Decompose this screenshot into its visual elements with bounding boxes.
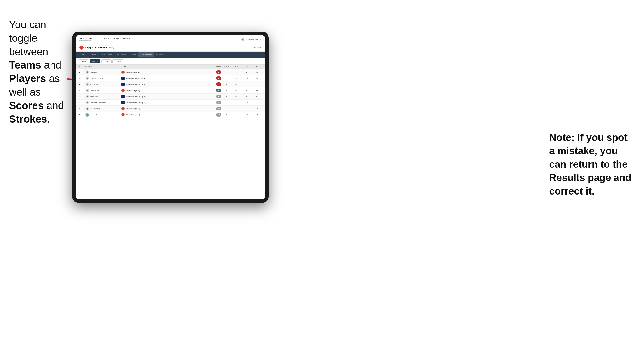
row-8-pos: 8 bbox=[79, 114, 85, 116]
user-label: Test User | bbox=[246, 38, 254, 40]
team-logo-5: S bbox=[122, 95, 124, 98]
col-rd2: RD2 bbox=[242, 66, 252, 68]
btn-scores[interactable]: Scores bbox=[101, 59, 112, 63]
col-rd3: RD3 bbox=[252, 66, 262, 68]
row-5-player: 👤 Rees Britt bbox=[85, 95, 122, 98]
row-7-rd1: +2 bbox=[231, 108, 242, 110]
tab-teams[interactable]: Teams bbox=[88, 52, 98, 57]
nav-tournaments[interactable]: TOURNAMENTS bbox=[104, 38, 120, 41]
app-header: SCOREBOARD Powered by clippd TOURNAMENTS… bbox=[76, 35, 265, 44]
row-3-rd1: +1 bbox=[231, 83, 242, 85]
btn-teams[interactable]: Teams bbox=[79, 59, 89, 63]
row-7-thru: F bbox=[221, 108, 231, 110]
team-logo-8: C bbox=[122, 113, 124, 116]
table-row: 7 👤 Blair McHarg C Clippd College [A] +8… bbox=[76, 106, 265, 112]
row-6-rd2: +2 bbox=[242, 102, 252, 104]
row-8-rd2: +7 bbox=[242, 114, 252, 116]
sign-out-link[interactable]: Sign out bbox=[255, 38, 262, 40]
row-4-player: 👤 David Ford bbox=[85, 89, 122, 92]
row-2-team: S Scoreboard University [A] bbox=[122, 77, 166, 80]
row-7-total: +8 bbox=[209, 107, 221, 110]
team-logo-1: C bbox=[122, 71, 124, 74]
tournament-logo: C bbox=[80, 45, 84, 50]
table-row: 3 👤 Rich Butler S Scoreboard University … bbox=[76, 81, 265, 87]
tournament-subtitle: (Men) bbox=[108, 46, 114, 49]
row-6-pos: 6 bbox=[79, 102, 85, 104]
row-4-pos: 4 bbox=[79, 89, 85, 92]
right-annotation: Note: If you spot a mistake, you can ret… bbox=[549, 131, 635, 198]
score-badge-7: +8 bbox=[216, 107, 221, 110]
row-4-thru: F bbox=[221, 89, 231, 92]
leaderboard-table: # PLAYER TEAM TOTAL THRU RD1 RD2 RD3 1 👤… bbox=[76, 65, 265, 199]
row-3-rd3: -1 bbox=[252, 83, 262, 85]
row-1-team: C Clippd College [A] bbox=[122, 71, 166, 74]
btn-players[interactable]: Players bbox=[90, 59, 100, 63]
row-4-rd2: -4 bbox=[242, 89, 252, 92]
col-team: TEAM bbox=[122, 66, 166, 68]
row-3-thru: F bbox=[221, 83, 231, 85]
row-5-team: S Scoreboard University [A] bbox=[122, 95, 166, 98]
tab-leaderboards[interactable]: Leaderboards bbox=[138, 52, 154, 57]
row-1-player: 👤 Elliot Ebert bbox=[85, 70, 122, 74]
score-badge-1: -8 bbox=[216, 70, 221, 74]
row-2-player: 👤 Chris Robertson bbox=[85, 76, 122, 80]
row-7-pos: 7 bbox=[79, 108, 85, 110]
score-badge-4: E bbox=[216, 89, 221, 92]
row-1-thru: F bbox=[221, 71, 231, 73]
tab-printables[interactable]: Printables bbox=[154, 52, 166, 57]
tab-results[interactable]: Results bbox=[128, 52, 138, 57]
tab-course-setup[interactable]: Course Setup bbox=[98, 52, 114, 57]
row-5-rd1: +1 bbox=[231, 96, 242, 98]
row-6-team: S Scoreboard University [A] bbox=[122, 101, 166, 104]
row-2-rd3: -4 bbox=[252, 77, 262, 79]
row-7-team: C Clippd College [A] bbox=[122, 107, 166, 110]
tab-navigation: Details Teams Course Setup Tee Groups Re… bbox=[76, 52, 265, 58]
cancel-button[interactable]: Cancel × bbox=[254, 47, 262, 49]
row-5-thru: F bbox=[221, 96, 231, 98]
row-4-team: C Clippd College [A] bbox=[122, 89, 166, 92]
team-logo-7: C bbox=[122, 107, 124, 110]
tab-tee-groups[interactable]: Tee Groups bbox=[114, 52, 128, 57]
btn-strokes[interactable]: Strokes bbox=[112, 59, 123, 63]
team-logo-2: S bbox=[122, 77, 124, 80]
avatar-5: 👤 bbox=[85, 95, 89, 98]
tablet-screen: SCOREBOARD Powered by clippd TOURNAMENTS… bbox=[76, 35, 265, 199]
row-4-total: E bbox=[209, 89, 221, 92]
row-4-rd3: +3 bbox=[252, 89, 262, 92]
row-3-pos: 3 bbox=[79, 83, 85, 85]
tab-details[interactable]: Details bbox=[78, 52, 88, 57]
tournament-title: Clippd Invitational bbox=[85, 46, 107, 49]
row-5-pos: 5 bbox=[79, 96, 85, 98]
row-6-rd1: +5 bbox=[231, 102, 242, 104]
row-1-pos: 1 bbox=[79, 71, 85, 73]
score-badge-6: +6 bbox=[216, 101, 221, 104]
user-avatar: 👤 bbox=[241, 38, 244, 41]
row-3-player: 👤 Rich Butler bbox=[85, 82, 122, 86]
row-2-rd1: -5 bbox=[231, 77, 242, 79]
row-8-rd3: +2 bbox=[252, 114, 262, 116]
row-5-total: +1 bbox=[209, 95, 221, 98]
tournament-header: C Clippd Invitational (Men) Cancel × bbox=[76, 44, 265, 52]
avatar-8: 🌿 bbox=[85, 113, 89, 117]
scoreboard-logo: SCOREBOARD Powered by clippd bbox=[80, 37, 100, 41]
row-5-rd2: E bbox=[242, 96, 252, 98]
row-7-rd3: +6 bbox=[252, 108, 262, 110]
col-player: PLAYER bbox=[85, 66, 122, 68]
score-badge-8: +11 bbox=[216, 113, 221, 117]
avatar-6: 👤 bbox=[85, 101, 89, 104]
row-2-pos: 2 bbox=[79, 77, 85, 79]
nav-teams[interactable]: TEAMS bbox=[123, 38, 130, 41]
col-pos: # bbox=[79, 66, 85, 68]
row-3-team: S Scoreboard University [A] bbox=[122, 83, 166, 86]
row-3-total: -2 bbox=[209, 82, 221, 86]
team-logo-4: C bbox=[122, 89, 124, 92]
tournament-title-row: C Clippd Invitational (Men) bbox=[80, 45, 114, 50]
logo-sub: Powered by clippd bbox=[80, 40, 100, 41]
row-4-rd1: +1 bbox=[231, 89, 242, 92]
row-3-rd2: -2 bbox=[242, 83, 252, 85]
col-total: TOTAL bbox=[209, 66, 221, 68]
row-1-rd3: -5 bbox=[252, 71, 262, 73]
row-2-total: -4 bbox=[209, 76, 221, 80]
row-7-rd2: +1 bbox=[242, 108, 252, 110]
avatar-4: 👤 bbox=[85, 89, 89, 92]
